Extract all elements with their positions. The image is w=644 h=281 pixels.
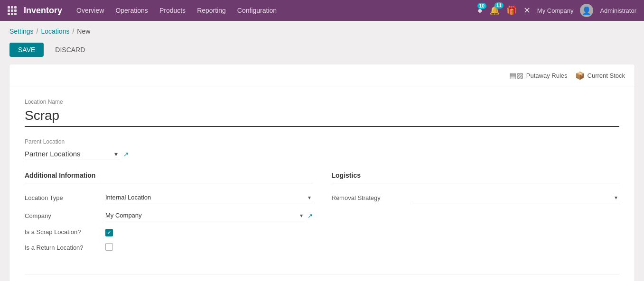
close-icon[interactable]: ✕ (523, 5, 531, 16)
company-external-link-icon[interactable]: ↗ (308, 212, 313, 219)
is-scrap-label: Is a Scrap Location? (25, 228, 105, 236)
company-value: My Company ↗ (105, 210, 313, 221)
top-nav: Inventory Overview Operations Products R… (0, 0, 644, 21)
form-body: Location Name Scrap Parent Location Part… (9, 87, 635, 281)
breadcrumb: Settings / Locations / New (0, 21, 644, 39)
company-label: Company (25, 212, 105, 219)
putaway-rules-icon: ▤▨ (509, 71, 523, 80)
is-scrap-value: ✓ (105, 228, 313, 236)
parent-location-label: Parent Location (25, 138, 619, 145)
location-type-row: Location Type Internal Location View Rec… (25, 192, 313, 203)
toolbar: SAVE DISCARD (0, 39, 644, 64)
logistics-section: Logistics Removal Strategy First In Firs… (332, 172, 620, 259)
removal-strategy-select-container: First In First Out (FIFO) Last In First … (412, 192, 620, 203)
menu-overview[interactable]: Overview (76, 7, 104, 14)
parent-location-group: Parent Location Partner Locations ▾ ↗ (25, 138, 619, 160)
company-select-container: My Company (105, 210, 305, 221)
removal-strategy-label: Removal Strategy (332, 194, 412, 201)
breadcrumb-settings[interactable]: Settings (9, 27, 34, 35)
putaway-rules-button[interactable]: ▤▨ Putaway Rules (509, 71, 568, 80)
additional-info-section: Additional Information Location Type Int… (25, 172, 313, 259)
menu-configuration[interactable]: Configuration (237, 7, 277, 14)
menu-products[interactable]: Products (159, 7, 186, 14)
parent-location-external-link-icon[interactable]: ↗ (123, 151, 129, 158)
removal-strategy-row: Removal Strategy First In First Out (FIF… (332, 192, 620, 203)
company-select[interactable]: My Company (105, 210, 305, 221)
activity-icon-btn[interactable]: ● 10 (477, 6, 483, 16)
save-button[interactable]: SAVE (9, 43, 44, 57)
form-card: ▤▨ Putaway Rules 📦 Current Stock Locatio… (9, 64, 635, 281)
parent-location-select-wrapper: Partner Locations ▾ (25, 148, 120, 160)
card-actions: ▤▨ Putaway Rules 📦 Current Stock (9, 64, 635, 87)
location-type-value: Internal Location View Reception Product… (105, 192, 313, 203)
company-row: Company My Company ↗ (25, 210, 313, 221)
parent-location-row: Partner Locations ▾ ↗ (25, 148, 619, 160)
messages-icon-btn[interactable]: 🔔 11 (489, 5, 500, 16)
external-note-area: External note... (25, 274, 619, 281)
is-return-row: Is a Return Location? (25, 243, 313, 252)
is-return-label: Is a Return Location? (25, 244, 105, 251)
location-name-group: Location Name Scrap (25, 99, 619, 127)
location-name-label: Location Name (25, 99, 619, 105)
discard-button[interactable]: DISCARD (48, 43, 92, 57)
breadcrumb-sep2: / (72, 27, 74, 35)
breadcrumb-locations[interactable]: Locations (41, 27, 69, 35)
breadcrumb-current: New (77, 27, 90, 35)
activity-badge: 10 (477, 3, 486, 9)
two-column-section: Additional Information Location Type Int… (25, 172, 619, 259)
removal-strategy-value: First In First Out (FIFO) Last In First … (412, 192, 620, 203)
note-divider (25, 274, 619, 274)
current-stock-label: Current Stock (588, 72, 625, 79)
messages-badge: 11 (495, 2, 504, 9)
menu-operations[interactable]: Operations (115, 7, 148, 14)
location-name-value[interactable]: Scrap (25, 108, 619, 127)
user-avatar[interactable]: 👤 (580, 4, 593, 17)
current-stock-button[interactable]: 📦 Current Stock (575, 71, 625, 80)
nav-right: ● 10 🔔 11 🎁 ✕ My Company 👤 Administrator (477, 4, 636, 17)
main-menu: Overview Operations Products Reporting C… (76, 7, 477, 14)
is-scrap-checkbox[interactable]: ✓ (105, 229, 113, 236)
menu-reporting[interactable]: Reporting (197, 7, 226, 14)
location-type-label: Location Type (25, 194, 105, 201)
current-stock-icon: 📦 (575, 71, 585, 80)
company-name: My Company (537, 7, 574, 14)
parent-location-select[interactable]: Partner Locations (25, 148, 120, 160)
is-scrap-row: Is a Scrap Location? ✓ (25, 228, 313, 236)
gift-icon[interactable]: 🎁 (506, 5, 517, 16)
location-type-select-container: Internal Location View Reception Product… (105, 192, 313, 203)
app-grid-icon[interactable] (8, 6, 17, 15)
additional-info-title: Additional Information (25, 172, 313, 183)
breadcrumb-sep1: / (37, 27, 38, 35)
is-return-value (105, 243, 313, 252)
location-type-select[interactable]: Internal Location View Reception Product… (105, 192, 313, 203)
is-return-checkbox[interactable] (105, 243, 113, 251)
logistics-title: Logistics (332, 172, 620, 183)
removal-strategy-select[interactable]: First In First Out (FIFO) Last In First … (412, 192, 620, 203)
app-brand: Inventory (24, 6, 62, 16)
user-name: Administrator (600, 7, 636, 14)
putaway-rules-label: Putaway Rules (526, 72, 568, 79)
